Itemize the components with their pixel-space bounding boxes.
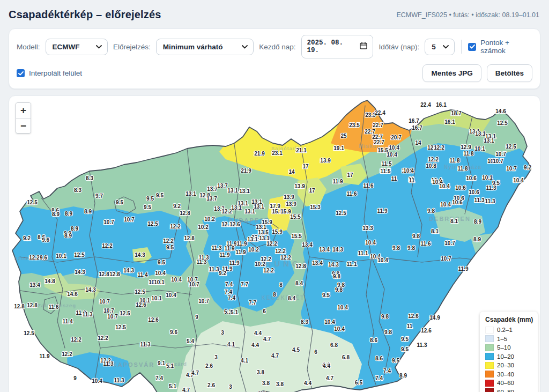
map-value-label: 15.5: [290, 214, 301, 220]
map-value-label: 21.1: [296, 147, 307, 153]
map-value-label: 8.9: [473, 236, 481, 242]
map-value-label: 11.6: [49, 304, 59, 310]
map-value-label: 13.9: [286, 201, 296, 207]
map-value-label: 10.4: [166, 292, 176, 298]
map-value-label: 13.4: [319, 247, 330, 253]
calendar-icon[interactable]: [360, 42, 367, 51]
map-value-label: 12.5: [147, 221, 158, 227]
zoom-out-button[interactable]: −: [16, 118, 31, 133]
map-value-label: 17: [347, 172, 353, 178]
checkbox-checked-icon[interactable]: [468, 43, 476, 51]
map-value-label: 10.7: [506, 166, 517, 172]
map-value-label: 7.4: [375, 375, 383, 381]
map-value-label: 10.4: [389, 145, 399, 151]
map-value-label: 3.8: [262, 380, 270, 386]
map-value-label: 14.3: [75, 269, 85, 275]
legend-swatch: [485, 327, 494, 334]
map-value-label: 21.9: [241, 168, 251, 174]
map-value-label: 3.8: [257, 369, 264, 375]
map-value-label: 11.9: [237, 241, 247, 247]
map-value-label: 10.7: [103, 219, 114, 225]
map-value-label: 11.3: [212, 245, 222, 251]
map-value-label: 12.2: [263, 268, 274, 273]
map-value-label: 11.3: [103, 361, 114, 367]
save-jpg-button[interactable]: Mentés JPG: [422, 64, 481, 82]
map-value-label: 13.4: [312, 260, 323, 266]
map-value-label: 16.7: [409, 118, 419, 124]
map-value-label: 9.2: [219, 270, 226, 276]
map-value-label: 2.6: [205, 363, 213, 369]
map-value-label: 12.2: [71, 337, 81, 343]
map-value-label: 11.1: [358, 250, 368, 256]
map-value-label: 10.4: [337, 305, 348, 310]
map-value-label: 13.1: [475, 131, 486, 137]
model-select[interactable]: ECMWF: [46, 39, 108, 55]
map-value-label: 10.8: [426, 163, 436, 169]
map-value-label: 8.6: [375, 356, 383, 361]
forecast-select-value: Minimum várható: [163, 43, 223, 51]
precipitation-map[interactable]: BUDAPESTHUNGARYDEBRECENKAPOSVÁRKECSKEMÉT…: [9, 96, 540, 392]
map-value-label: 12.2: [434, 145, 444, 151]
toolbar-row-2: Interpolált felület Mentés JPG Betöltés: [17, 64, 532, 82]
map-value-label: 9.5: [116, 199, 123, 205]
map-value-label: 11.4: [138, 272, 148, 278]
map-value-label: 11.9: [220, 252, 230, 258]
model-select-value: ECMWF: [53, 43, 80, 51]
start-date-input[interactable]: 2025. 08. 19.: [301, 35, 374, 58]
toolbar-row-1: Modell: ECMWF Előrejelzés: Minimum várha…: [17, 35, 532, 58]
map-value-label: 13.9: [294, 183, 305, 189]
map-value-label: 9: [195, 314, 198, 320]
map-value-label: 8.9: [52, 211, 60, 217]
map-value-label: 4.4: [323, 363, 330, 369]
map-value-label: 8.9: [71, 226, 78, 232]
map-value-label: 8.1: [431, 228, 439, 234]
map-value-label: 12.6: [408, 313, 419, 319]
map-value-label: 13.1: [247, 236, 258, 242]
points-checkbox[interactable]: Pontok + számok: [468, 39, 532, 55]
map-value-label: 9.5: [146, 196, 154, 202]
map-value-label: 10.6: [466, 175, 477, 181]
checkbox-checked-icon[interactable]: [17, 69, 25, 77]
map-value-label: 7.4: [225, 282, 233, 287]
map-value-label: 10.7: [99, 299, 110, 305]
map-value-label: 10.7: [441, 256, 451, 262]
map-value-label: 9.5: [401, 346, 409, 352]
map-value-label: 12.5: [27, 199, 38, 205]
map-value-label: 4.1: [241, 358, 248, 364]
map-value-label: 10.1: [151, 295, 162, 301]
load-button[interactable]: Betöltés: [487, 64, 532, 82]
map-value-label: 7.4: [383, 368, 391, 374]
map-value-label: 12.5: [24, 330, 34, 336]
map-value-label: 14.8: [44, 278, 55, 284]
map-value-label: 10.4: [377, 257, 388, 263]
interpolated-checkbox[interactable]: Interpolált felület: [17, 69, 82, 77]
map-value-label: 14.3: [123, 268, 134, 273]
map-value-label: 7.7: [249, 300, 256, 306]
map-value-label: 12.2: [102, 243, 113, 249]
map-value-label: 11.9: [225, 246, 235, 252]
map-value-label: 12.2: [221, 209, 232, 215]
legend-swatch: [485, 353, 494, 360]
map-value-label: 5.1: [166, 363, 174, 369]
forecast-select[interactable]: Minimum várható: [156, 39, 254, 55]
map-value-label: 11.9: [333, 179, 343, 184]
map-value-label: 4.5: [292, 347, 300, 353]
map-value-label: 12.6: [421, 328, 432, 334]
map-zoom-control: + −: [16, 102, 31, 134]
map-value-label: 13.9: [320, 158, 331, 164]
map-value-label: 10.2: [248, 247, 259, 253]
map-value-label: 13.4: [302, 242, 313, 248]
map-value-label: 9.5: [158, 260, 165, 265]
map-value-label: 12.2: [266, 241, 277, 247]
map-value-label: 8.9: [474, 219, 481, 225]
zoom-in-button[interactable]: +: [16, 103, 31, 118]
range-select[interactable]: 5: [425, 39, 455, 55]
toolbar-divider: [461, 40, 462, 54]
map-value-label: 10.4: [92, 378, 102, 384]
map-value-label: 9.5: [401, 336, 409, 342]
map-value-label: 9.6: [40, 255, 47, 261]
map-value-label: 25: [340, 133, 347, 139]
map-value-label: 9.6: [42, 237, 49, 243]
map-value-label: 11.6: [421, 241, 431, 247]
map-value-label: 9.8: [412, 233, 420, 239]
